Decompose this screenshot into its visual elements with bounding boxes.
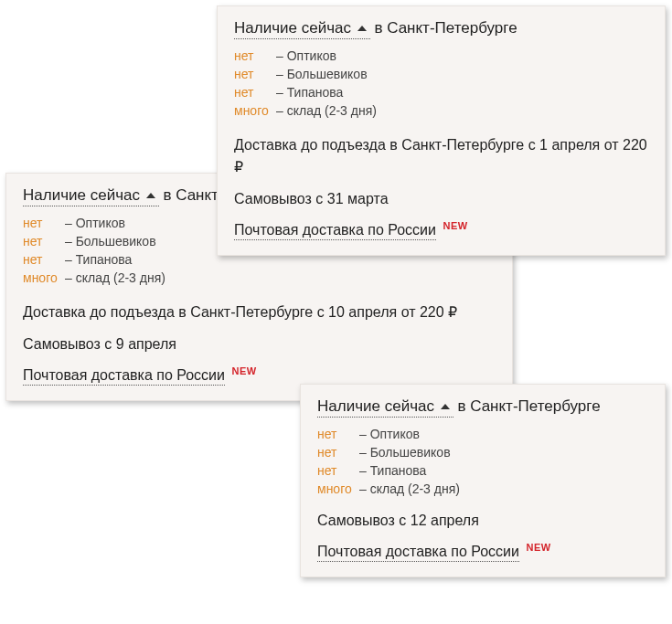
stock-location: – Большевиков (65, 234, 156, 249)
stock-location: – Оптиков (276, 48, 336, 63)
availability-header: Наличие сейчас в Санкт-Петербурге (317, 397, 648, 418)
stock-location: – Типанова (276, 85, 343, 100)
availability-label: Наличие сейчас (234, 19, 351, 37)
city-label: в Санкт-Петербурге (457, 397, 600, 415)
stock-row: нет– Типанова (234, 85, 648, 100)
stock-location: – Большевиков (359, 445, 451, 460)
stock-status: много (23, 270, 65, 285)
stock-row: много– склад (2-3 дня) (317, 481, 648, 496)
caret-up-icon (357, 26, 367, 31)
stock-status: нет (23, 216, 65, 230)
stock-status: нет (23, 234, 65, 249)
new-badge: NEW (526, 542, 550, 553)
availability-toggle[interactable]: Наличие сейчас (317, 397, 453, 418)
stock-status: нет (317, 463, 359, 478)
caret-up-icon (441, 404, 450, 409)
caret-up-icon (146, 193, 155, 198)
stock-status: много (234, 103, 276, 118)
availability-toggle[interactable]: Наличие сейчас (234, 19, 370, 39)
stock-location: – Большевиков (276, 67, 368, 81)
pickup-info: Самовывоз с 12 апреля (317, 513, 648, 529)
stock-row: нет– Оптиков (234, 48, 648, 63)
stock-status: нет (317, 445, 359, 460)
stock-location: – Оптиков (359, 427, 420, 441)
availability-label: Наличие сейчас (23, 186, 140, 204)
stock-location: – Типанова (359, 463, 426, 478)
pickup-info: Самовывоз с 31 марта (234, 191, 648, 207)
stock-location: – склад (2-3 дня) (359, 481, 460, 496)
stock-row: нет– Большевиков (317, 445, 648, 460)
new-badge: NEW (231, 365, 256, 376)
postal-link[interactable]: Почтовая доставка по России (317, 544, 519, 562)
stock-status: нет (234, 85, 276, 100)
pickup-info: Самовывоз с 9 апреля (23, 336, 496, 353)
city-label: в Санкт-Петербурге (374, 19, 517, 37)
stock-status: нет (234, 67, 276, 81)
stock-status: нет (23, 252, 65, 267)
availability-card: Наличие сейчас в Санкт-Петербурге нет– О… (217, 5, 666, 256)
stock-status: нет (317, 427, 359, 441)
stock-location: – склад (2-3 дня) (65, 270, 165, 285)
stock-row: много– склад (2-3 дня) (23, 270, 496, 285)
new-badge: NEW (443, 220, 467, 231)
stock-location: – склад (2-3 дня) (276, 103, 377, 118)
postal-link[interactable]: Почтовая доставка по России (234, 222, 436, 240)
stock-location: – Оптиков (65, 216, 125, 230)
delivery-info: Доставка до подъезда в Санкт-Петербурге … (234, 134, 648, 178)
stock-status: нет (234, 48, 276, 63)
availability-label: Наличие сейчас (317, 397, 434, 415)
postal-link[interactable]: Почтовая доставка по России (23, 367, 225, 386)
postal-row: Почтовая доставка по России NEW (23, 365, 496, 386)
stock-location: – Типанова (65, 252, 132, 267)
stock-row: нет– Оптиков (317, 427, 648, 441)
availability-card: Наличие сейчас в Санкт-Петербурге нет– О… (300, 384, 666, 577)
delivery-info: Доставка до подъезда в Санкт-Петербурге … (23, 301, 496, 323)
stock-row: много– склад (2-3 дня) (234, 103, 648, 118)
availability-header: Наличие сейчас в Санкт-Петербурге (234, 19, 648, 39)
postal-row: Почтовая доставка по России NEW (317, 542, 648, 562)
availability-toggle[interactable]: Наличие сейчас (23, 186, 159, 206)
stock-status: много (317, 481, 359, 496)
stock-row: нет– Большевиков (234, 67, 648, 81)
stock-row: нет– Типанова (317, 463, 648, 478)
postal-row: Почтовая доставка по России NEW (234, 220, 648, 240)
